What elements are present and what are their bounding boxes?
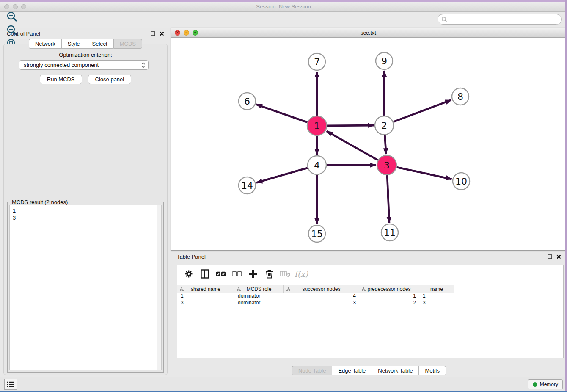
delete-column-icon[interactable] (262, 268, 276, 280)
table-cell[interactable]: 4 (284, 293, 359, 300)
column-header-name[interactable]: name (419, 285, 454, 293)
zoom-in-icon[interactable] (5, 10, 19, 24)
graph-node-3[interactable]: 3 (377, 155, 396, 175)
tab-edge-table[interactable]: Edge Table (332, 366, 372, 375)
function-builder-icon: f(x) (294, 268, 308, 280)
graph-node-2[interactable]: 2 (375, 116, 394, 135)
show-task-history-button[interactable] (4, 379, 17, 390)
network-graph[interactable]: 1234678910111415 (171, 38, 565, 251)
run-mcds-button[interactable]: Run MCDS (40, 75, 82, 84)
graph-node-9[interactable]: 9 (376, 52, 393, 69)
table-row[interactable]: 3dominator323 (177, 300, 563, 306)
edge-2-3[interactable] (385, 135, 386, 154)
control-panel-title: Control Panel (7, 30, 40, 37)
table-cell[interactable]: dominator (234, 293, 284, 300)
result-scrollbar[interactable] (157, 205, 161, 370)
float-table-panel-icon[interactable] (548, 254, 552, 259)
svg-text:6: 6 (244, 96, 250, 107)
optimization-criterion-label: Optimization criterion: (4, 52, 167, 58)
graph-node-7[interactable]: 7 (308, 53, 325, 70)
node-table-container: f(x) shared nameMCDS rolesuccessor nodes… (177, 265, 564, 358)
chevron-updown-icon (141, 62, 146, 69)
table-panel: Table Panel f(x) shared nameMCDS rolesuc… (171, 251, 567, 377)
graph-node-15[interactable]: 15 (308, 225, 325, 242)
table-cell[interactable]: 3 (284, 300, 359, 306)
mcds-result-values: 1 3 (10, 205, 161, 221)
table-cell[interactable]: 2 (359, 300, 419, 306)
search-box[interactable] (438, 14, 562, 25)
close-panel-button[interactable]: Close panel (88, 75, 132, 84)
table-cell[interactable]: 3 (419, 300, 454, 306)
graph-node-4[interactable]: 4 (308, 156, 326, 174)
tab-mcds[interactable]: MCDS (113, 39, 142, 49)
table-cell[interactable]: 1 (177, 293, 234, 300)
svg-text:10: 10 (455, 176, 467, 187)
table-tabs: Node TableEdge TableNetwork TableMotifs (171, 366, 567, 375)
table-cell[interactable]: 1 (359, 293, 419, 300)
svg-text:14: 14 (241, 180, 253, 191)
svg-text:1: 1 (314, 121, 320, 131)
control-panel-tabs: NetworkStyleSelectMCDS (2, 39, 169, 49)
column-header-predecessor-nodes[interactable]: predecessor nodes (359, 285, 419, 293)
svg-text:3: 3 (384, 160, 390, 171)
column-browser-icon[interactable] (198, 268, 212, 280)
edge-4-14[interactable] (256, 168, 308, 182)
edge-2-8[interactable] (394, 100, 451, 122)
network-canvas[interactable]: 1234678910111415 (171, 38, 565, 250)
optimization-criterion-dropdown[interactable]: strongly connected component (19, 60, 149, 70)
table-cell[interactable]: 1 (419, 293, 454, 300)
window-title: Session: New Session (0, 3, 567, 10)
graph-node-11[interactable]: 11 (381, 224, 398, 241)
memory-button[interactable]: Memory (528, 379, 563, 389)
status-bar: Memory (0, 377, 567, 391)
graph-node-14[interactable]: 14 (239, 177, 256, 194)
graph-node-1[interactable]: 1 (307, 116, 327, 135)
select-all-icon[interactable] (214, 268, 228, 280)
float-panel-icon[interactable] (151, 31, 155, 36)
titlebar: Session: New Session (0, 2, 567, 12)
svg-text:4: 4 (314, 160, 320, 171)
table-panel-title: Table Panel (177, 254, 206, 260)
network-window-titlebar: ✕ − + scc.txt (171, 28, 565, 38)
deselect-all-icon[interactable] (230, 268, 244, 280)
column-header-MCDS-role[interactable]: MCDS role (234, 285, 284, 293)
edge-3-11[interactable] (387, 175, 389, 223)
desktop-edge-right (565, 0, 567, 392)
search-input[interactable] (449, 17, 561, 22)
memory-label: Memory (540, 381, 558, 387)
edge-3-1[interactable] (327, 131, 378, 160)
tab-network[interactable]: Network (29, 39, 61, 49)
search-icon (441, 17, 447, 22)
add-column-icon[interactable] (246, 268, 260, 280)
graph-node-8[interactable]: 8 (452, 88, 469, 105)
mcds-result-title: MCDS result (2 nodes) (10, 199, 69, 205)
table-row[interactable]: 1dominator411 (177, 293, 563, 300)
node-table: shared nameMCDS rolesuccessor nodesprede… (177, 285, 563, 306)
svg-text:7: 7 (314, 57, 320, 67)
mcds-panel: Optimization criterion: strongly connect… (3, 44, 168, 375)
tab-style[interactable]: Style (61, 39, 86, 49)
graph-node-6[interactable]: 6 (239, 93, 256, 110)
svg-text:15: 15 (311, 229, 323, 239)
tab-network-table[interactable]: Network Table (372, 366, 418, 375)
edge-3-10[interactable] (396, 167, 451, 179)
column-header-shared-name[interactable]: shared name (177, 285, 234, 293)
edge-1-6[interactable] (256, 105, 308, 122)
close-panel-icon[interactable] (160, 31, 164, 36)
cytoscape-app: Session: New Session Control Panel Netwo… (0, 0, 567, 392)
svg-text:2: 2 (381, 120, 387, 131)
mcds-result-textarea[interactable]: 1 3 (9, 205, 162, 370)
tab-select[interactable]: Select (86, 39, 113, 49)
network-window-title: scc.txt (171, 30, 565, 36)
table-cell[interactable]: 3 (177, 300, 234, 306)
close-table-panel-icon[interactable] (556, 254, 561, 259)
table-options-gear-icon[interactable] (182, 268, 196, 280)
network-view-window: ✕ − + scc.txt 1234678910111415 (171, 28, 566, 251)
table-cell[interactable]: dominator (234, 300, 284, 306)
tab-node-table[interactable]: Node Table (292, 366, 332, 375)
tab-motifs[interactable]: Motifs (418, 366, 446, 375)
graph-node-10[interactable]: 10 (453, 173, 470, 190)
edge-1-2[interactable] (327, 125, 374, 126)
column-header-successor-nodes[interactable]: successor nodes (284, 285, 359, 293)
desktop-edge-top (0, 0, 567, 2)
